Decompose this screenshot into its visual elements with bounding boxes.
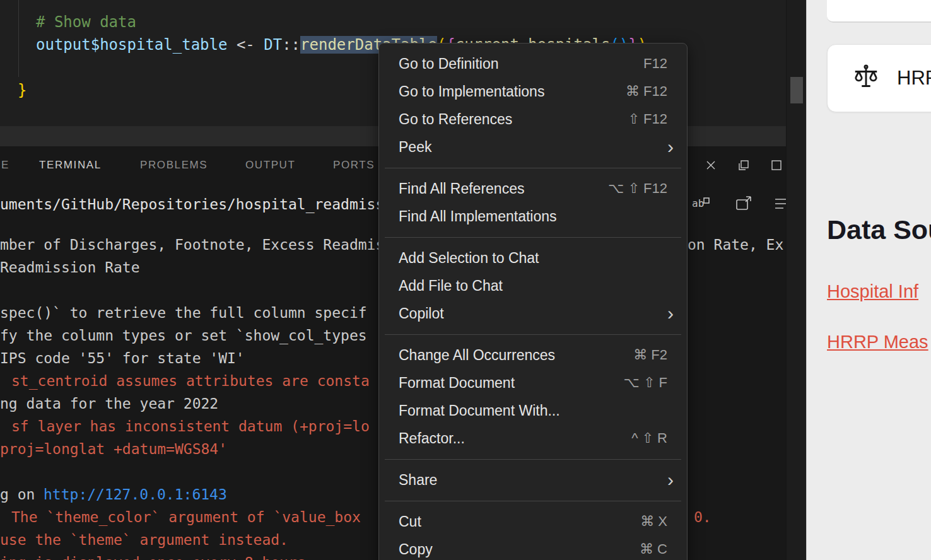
menu-item-peek[interactable]: Peek› <box>382 133 684 161</box>
terminal-text: st_centroid assumes attributes are const… <box>11 370 370 392</box>
terminal-text: The `theme_color` argument of `value_box <box>11 506 361 528</box>
balance-scale-icon <box>852 64 881 93</box>
terminal-text: spec()` to retrieve the full column spec… <box>0 301 367 324</box>
menu-item-shortcut: ^ ⇧ R <box>631 430 667 446</box>
preview-top-card <box>827 0 931 23</box>
menu-item-find-all-references[interactable]: Find All References⌥ ⇧ F12 <box>382 175 684 202</box>
menu-item-go-to-definition[interactable]: Go to DefinitionF12 <box>382 50 684 78</box>
menu-item-cut[interactable]: Cut⌘ X <box>382 508 684 535</box>
menu-item-label: Format Document <box>399 375 515 392</box>
close-icon[interactable] <box>704 158 718 172</box>
menu-item-label: Share <box>399 472 437 489</box>
menu-item-label: Go to References <box>399 111 512 128</box>
menu-item-label: Find All References <box>399 180 524 197</box>
hospital-info-link[interactable]: Hospital Inf <box>827 281 918 302</box>
menu-item-label: Copy <box>399 541 433 558</box>
tab-output[interactable]: OUTPUT <box>245 159 295 172</box>
tab-ports[interactable]: PORTS <box>333 159 375 172</box>
terminal-link[interactable]: http://127.0.0.1:6143 <box>44 483 227 506</box>
menu-item-change-all-occurrences[interactable]: Change All Occurrences⌘ F2 <box>382 341 684 369</box>
tab-terminal[interactable]: TERMINAL <box>39 159 102 172</box>
menu-item-label: Copilot <box>399 305 444 322</box>
menu-item-shortcut: F12 <box>643 55 667 72</box>
menu-item-label: Add Selection to Chat <box>399 250 539 267</box>
menu-item-label: Format Document With... <box>399 402 560 419</box>
code-token: <- <box>227 36 264 54</box>
hrrp-card-title: HRRP <box>897 67 931 90</box>
terminal-path: uments/GitHub/Repositories/hospital_read… <box>0 193 436 216</box>
menu-separator <box>385 237 681 238</box>
code-token: } <box>18 81 26 99</box>
data-sources-heading: Data Sou <box>827 214 931 245</box>
menu-item-label: Cut <box>399 513 421 530</box>
menu-separator <box>385 168 681 168</box>
menu-item-label: Go to Implementations <box>399 83 544 100</box>
menu-item-refactor[interactable]: Refactor...^ ⇧ R <box>382 424 684 452</box>
menu-separator <box>385 459 681 460</box>
menu-item-shortcut: ⌥ ⇧ F <box>624 375 667 391</box>
code-line: # Show data <box>0 11 786 33</box>
menu-item-label: Find All Implementations <box>399 208 557 225</box>
restore-panel-icon[interactable] <box>737 158 751 172</box>
terminal-text: fy the column types or set `show_col_typ… <box>0 324 367 347</box>
terminal-text: sf layer has inconsistent datum (+proj=l… <box>11 415 370 438</box>
move-to-editor-icon[interactable] <box>734 194 753 213</box>
context-menu: Go to DefinitionF12Go to Implementations… <box>378 43 688 560</box>
svg-text:ab: ab <box>692 197 704 209</box>
menu-item-copy[interactable]: Copy⌘ C <box>382 535 684 560</box>
menu-item-copilot[interactable]: Copilot› <box>382 300 684 327</box>
app-preview-panel: HRRP Data Sou Hospital Inf HRRP Meas <box>806 0 931 560</box>
hrrp-card: HRRP <box>827 44 931 112</box>
terminal-text: g on <box>0 483 44 506</box>
menu-item-label: Add File to Chat <box>399 277 503 295</box>
menu-item-shortcut: ⌥ ⇧ F12 <box>608 180 667 197</box>
menu-item-add-file-to-chat[interactable]: Add File to Chat <box>382 272 684 300</box>
terminal-text: ng data for the year 2022 <box>0 392 218 415</box>
tab-cutoff[interactable]: E <box>1 159 9 172</box>
menu-item-shortcut: ⌘ C <box>640 541 667 557</box>
terminal-text: 0. <box>694 506 711 528</box>
code-token: output$hospital_table <box>36 36 227 54</box>
menu-item-shortcut: ⌘ X <box>640 513 667 530</box>
terminal-text: on Rate, Ex <box>688 233 783 256</box>
menu-item-label: Change All Occurrences <box>399 347 555 364</box>
menu-item-format-document[interactable]: Format Document⌥ ⇧ F <box>382 369 684 397</box>
find-whole-word-icon[interactable]: ab <box>691 194 710 213</box>
menu-item-format-document-with[interactable]: Format Document With... <box>382 397 684 424</box>
chevron-right-icon: › <box>667 470 674 489</box>
code-token: :: <box>282 36 300 54</box>
code-token: DT <box>264 36 282 54</box>
menu-lines-icon[interactable] <box>773 194 786 213</box>
terminal-text: use the `theme` argument instead. <box>0 528 288 551</box>
terminal-text: IPS code '55' for state 'WI' <box>0 347 245 370</box>
code-token: # Show data <box>36 13 136 31</box>
menu-item-shortcut: ⌘ F12 <box>626 83 667 100</box>
menu-item-shortcut: ⌘ F2 <box>633 347 667 363</box>
menu-item-label: Refactor... <box>399 430 465 447</box>
menu-separator <box>385 334 681 335</box>
editor-scrollbar[interactable] <box>786 0 807 560</box>
menu-item-share[interactable]: Share› <box>382 466 684 494</box>
menu-item-go-to-implementations[interactable]: Go to Implementations⌘ F12 <box>382 78 684 105</box>
chevron-right-icon: › <box>667 137 674 156</box>
menu-item-go-to-references[interactable]: Go to References⇧ F12 <box>382 105 684 133</box>
maximize-panel-icon[interactable] <box>770 158 783 172</box>
terminal-text: ing is displayed once every 8 hours. <box>0 551 315 560</box>
chevron-right-icon: › <box>667 304 674 323</box>
menu-item-find-all-implementations[interactable]: Find All Implementations <box>382 202 684 230</box>
menu-item-shortcut: ⇧ F12 <box>628 111 667 127</box>
tab-problems[interactable]: PROBLEMS <box>140 159 208 172</box>
hrrp-measures-link[interactable]: HRRP Meas <box>827 332 928 353</box>
vscode-window: { "colors": { "editor_bg": "#1f1f1f", "p… <box>0 0 931 560</box>
terminal-text: mber of Discharges, Footnote, Excess Rea… <box>0 233 384 256</box>
menu-item-add-selection-to-chat[interactable]: Add Selection to Chat <box>382 244 684 272</box>
terminal-text: Readmission Rate <box>0 256 140 279</box>
menu-separator <box>385 501 681 501</box>
menu-item-label: Go to Definition <box>399 55 499 73</box>
menu-item-label: Peek <box>399 139 431 156</box>
scrollbar-thumb[interactable] <box>790 77 803 103</box>
terminal-text: proj=longlat +datum=WGS84' <box>0 438 227 460</box>
